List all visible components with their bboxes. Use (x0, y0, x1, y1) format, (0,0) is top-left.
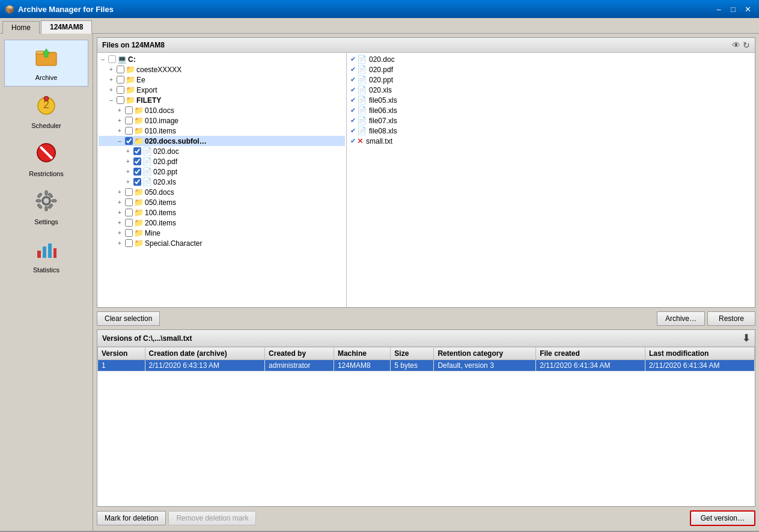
tree-expand-020doc[interactable]: + (124, 148, 132, 154)
file-label-020xls: 020.xls (369, 86, 392, 94)
tree-expand-050items[interactable]: + (115, 199, 124, 206)
file-list-item-020ppt[interactable]: ✔ 📄 020.ppt (348, 75, 754, 85)
tree-expand-010docs[interactable]: + (115, 107, 124, 114)
tree-item-200items[interactable]: + 📁 200.items (99, 218, 345, 228)
tree-check-010items[interactable] (125, 127, 133, 135)
file-list-item-020xls[interactable]: ✔ 📄 020.xls (348, 85, 754, 95)
minimize-button[interactable]: – (712, 3, 725, 15)
tree-expand-100items[interactable]: + (115, 209, 124, 216)
restore-button[interactable]: Restore (707, 311, 755, 326)
tree-expand-mine[interactable]: + (115, 230, 124, 236)
tree-item-020xls[interactable]: + 📄 020.xls (99, 177, 345, 187)
panel-view-icon[interactable]: 👁 (732, 40, 740, 50)
tree-icon-export: 📁 (126, 85, 135, 94)
tree-expand-coeste[interactable]: + (107, 66, 115, 73)
tree-check-020xls[interactable] (133, 178, 141, 186)
tab-124mam8[interactable]: 124MAM8 (41, 20, 92, 34)
tree-expand-filety[interactable]: – (107, 97, 115, 103)
tree-check-010docs[interactable] (125, 106, 133, 114)
tree-item-ee[interactable]: + 📁 Ee (99, 75, 345, 85)
restore-button[interactable]: □ (727, 3, 740, 15)
file-list-item-file06[interactable]: ✔ 📄 file06.xls (348, 105, 754, 115)
tree-icon-mine: 📁 (134, 228, 144, 237)
file-list-item-file05[interactable]: ✔ 📄 file05.xls (348, 95, 754, 105)
tree-item-mine[interactable]: + 📁 Mine (99, 228, 345, 238)
panel-refresh-icon[interactable]: ↻ (743, 40, 750, 50)
download-icon[interactable]: ⬇ (742, 332, 750, 344)
tree-label-020ppt: 020.ppt (153, 168, 177, 176)
sidebar-item-archive[interactable]: Archive (4, 40, 88, 87)
tree-expand-c[interactable]: – (99, 56, 107, 63)
tree-check-export[interactable] (117, 86, 124, 94)
tree-pane[interactable]: – 💻 C: + 📁 coesteXXXXX (97, 53, 347, 307)
get-version-button[interactable]: Get version… (690, 510, 755, 526)
tree-expand-020xls[interactable]: + (124, 179, 132, 185)
file-label-020pdf: 020.pdf (369, 66, 393, 74)
file-list-item-file07[interactable]: ✔ 📄 file07.xls (348, 115, 754, 126)
tree-item-c[interactable]: – 💻 C: (99, 54, 345, 64)
tree-item-special[interactable]: + 📁 Special.Character (99, 238, 345, 248)
tree-expand-010items[interactable]: + (115, 127, 124, 134)
tree-item-010items[interactable]: + 📁 010.items (99, 126, 345, 136)
deletion-buttons: Mark for deletion Remove deletion mark (97, 511, 256, 525)
tree-item-020doc[interactable]: + 📄 020.doc (99, 146, 345, 156)
tree-label-mine: Mine (145, 229, 160, 237)
tree-expand-export[interactable]: + (107, 87, 115, 93)
tree-item-020pdf[interactable]: + 📄 020.pdf (99, 156, 345, 167)
tree-expand-020pdf[interactable]: + (124, 158, 132, 165)
sidebar-item-restrictions[interactable]: Restrictions (4, 136, 88, 183)
tree-check-c[interactable] (108, 55, 116, 63)
tree-check-020docs-sub[interactable] (125, 137, 133, 145)
tree-item-coeste[interactable]: + 📁 coesteXXXXX (99, 64, 345, 75)
tree-expand-ee[interactable]: + (107, 76, 115, 83)
tree-item-020docs-sub[interactable]: – 📁 020.docs.subfol… (99, 136, 345, 146)
tree-check-ee[interactable] (117, 76, 124, 84)
tree-expand-020docs-sub[interactable]: – (115, 138, 124, 144)
tree-icon-050docs: 📁 (134, 188, 144, 197)
tree-check-020doc[interactable] (133, 147, 141, 155)
tree-check-050docs[interactable] (125, 188, 133, 196)
tree-expand-200items[interactable]: + (115, 219, 124, 226)
versions-table[interactable]: Version Creation date (archive) Created … (97, 347, 755, 506)
tree-item-050items[interactable]: + 📁 050.items (99, 197, 345, 207)
clear-selection-button[interactable]: Clear selection (97, 311, 160, 326)
tree-check-special[interactable] (125, 239, 133, 247)
tree-check-020ppt[interactable] (133, 168, 141, 176)
tree-check-mine[interactable] (125, 229, 133, 237)
tree-check-050items[interactable] (125, 198, 133, 206)
content-area: Files on 124MAM8 👁 ↻ – 💻 C: (93, 34, 759, 531)
file-list-pane[interactable]: ✔ 📄 020.doc ✔ 📄 020.pdf ✔ 📄 020.ppt (347, 53, 755, 307)
close-button[interactable]: ✕ (741, 3, 754, 15)
sidebar-item-scheduler[interactable]: 2 Scheduler (4, 88, 88, 135)
sidebar-item-settings[interactable]: Settings (4, 184, 88, 231)
cell-creation-date: 2/11/2020 6:43:13 AM (145, 360, 264, 371)
tree-check-200items[interactable] (125, 219, 133, 227)
file-list-item-020doc[interactable]: ✔ 📄 020.doc (348, 54, 754, 64)
tree-expand-020ppt[interactable]: + (124, 168, 132, 175)
sidebar-item-statistics[interactable]: Statistics (4, 232, 88, 279)
cell-version: 1 (98, 360, 145, 371)
tree-check-100items[interactable] (125, 209, 133, 216)
tree-expand-010image[interactable]: + (115, 117, 124, 124)
tab-home[interactable]: Home (2, 21, 40, 34)
tree-item-020ppt[interactable]: + 📄 020.ppt (99, 167, 345, 177)
tree-label-filety: FILETY (136, 96, 161, 105)
file-list-item-smalltxt[interactable]: ✔ ✕ small.txt (348, 136, 754, 146)
tree-check-020pdf[interactable] (133, 157, 141, 165)
tree-expand-050docs[interactable]: + (115, 189, 124, 195)
table-row[interactable]: 1 2/11/2020 6:43:13 AM administrator 124… (98, 360, 755, 371)
tree-item-010image[interactable]: + 📁 010.image (99, 115, 345, 126)
tree-check-filety[interactable] (117, 96, 124, 104)
file-list-item-file08[interactable]: ✔ 📄 file08.xls (348, 126, 754, 136)
mark-for-deletion-button[interactable]: Mark for deletion (97, 511, 166, 525)
tree-item-export[interactable]: + 📁 Export (99, 85, 345, 95)
tree-check-coeste[interactable] (117, 66, 124, 73)
file-list-item-020pdf[interactable]: ✔ 📄 020.pdf (348, 64, 754, 75)
tree-item-010docs[interactable]: + 📁 010.docs (99, 105, 345, 115)
tree-expand-special[interactable]: + (115, 240, 124, 246)
tree-check-010image[interactable] (125, 117, 133, 124)
tree-item-050docs[interactable]: + 📁 050.docs (99, 187, 345, 197)
tree-item-100items[interactable]: + 📁 100.items (99, 207, 345, 218)
tree-item-filety[interactable]: – 📁 FILETY (99, 95, 345, 105)
archive-button[interactable]: Archive… (657, 311, 705, 326)
